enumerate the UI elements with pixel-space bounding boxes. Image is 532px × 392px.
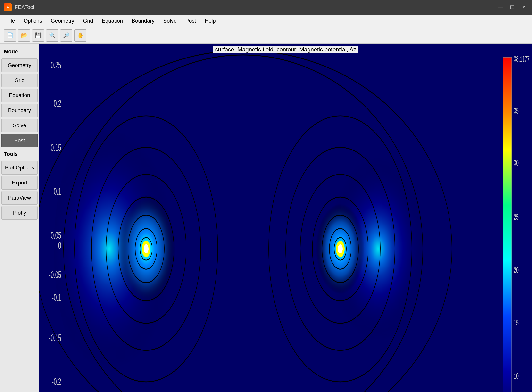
svg-text:0.1: 0.1: [54, 186, 61, 197]
sidebar-item-boundary[interactable]: Boundary: [1, 104, 38, 117]
menu-solve[interactable]: Solve: [159, 16, 181, 26]
sidebar-item-plot-options[interactable]: Plot Options: [1, 161, 38, 175]
svg-text:38.1177: 38.1177: [514, 54, 530, 63]
menu-boundary[interactable]: Boundary: [127, 16, 159, 26]
svg-rect-45: [503, 57, 512, 392]
menubar: File Options Geometry Grid Equation Boun…: [0, 15, 532, 27]
menu-equation[interactable]: Equation: [97, 16, 127, 26]
sidebar-item-paraview[interactable]: ParaView: [1, 191, 38, 205]
open-file-button[interactable]: 📂: [18, 29, 30, 42]
mode-header: Mode: [0, 46, 39, 58]
svg-text:0.15: 0.15: [51, 142, 61, 153]
sidebar-item-plotly[interactable]: Plotly: [1, 206, 38, 220]
main-layout: Mode Geometry Grid Equation Boundary Sol…: [0, 44, 532, 392]
svg-text:-0.15: -0.15: [49, 332, 61, 343]
svg-point-7: [144, 244, 149, 253]
sidebar: Mode Geometry Grid Equation Boundary Sol…: [0, 44, 39, 392]
svg-text:30: 30: [514, 158, 519, 167]
menu-help[interactable]: Help: [200, 16, 220, 26]
svg-text:25: 25: [514, 212, 519, 221]
pan-button[interactable]: ✋: [74, 29, 86, 42]
sidebar-item-solve[interactable]: Solve: [1, 119, 38, 132]
minimize-button[interactable]: —: [496, 3, 505, 12]
plot-area: surface: Magnetic field, contour: Magnet…: [39, 44, 532, 392]
window-controls: — ☐ ✕: [496, 3, 528, 12]
zoom-button[interactable]: 🔎: [60, 29, 72, 42]
svg-text:10: 10: [514, 371, 519, 380]
svg-text:20: 20: [514, 266, 519, 275]
menu-grid[interactable]: Grid: [79, 16, 98, 26]
svg-text:0.05: 0.05: [51, 229, 61, 241]
sidebar-item-post[interactable]: Post: [1, 134, 38, 147]
titlebar: F FEATool — ☐ ✕: [0, 0, 532, 15]
sidebar-item-export[interactable]: Export: [1, 176, 38, 190]
plot-title: surface: Magnetic field, contour: Magnet…: [213, 46, 358, 53]
svg-text:0: 0: [58, 240, 61, 251]
menu-options[interactable]: Options: [19, 16, 46, 26]
svg-text:15: 15: [514, 318, 519, 327]
content-area: surface: Magnetic field, contour: Magnet…: [39, 44, 532, 392]
menu-geometry[interactable]: Geometry: [46, 16, 79, 26]
close-button[interactable]: ✕: [519, 3, 528, 12]
menu-post[interactable]: Post: [181, 16, 200, 26]
plot-svg: 0.25 0.2 0.15 0.1 0.05 0 -0.05 -0.1 -0.1…: [39, 44, 532, 392]
zoom-fit-button[interactable]: 🔍: [46, 29, 58, 42]
sidebar-item-geometry[interactable]: Geometry: [1, 58, 38, 72]
new-file-button[interactable]: 📄: [4, 29, 16, 42]
svg-text:35: 35: [514, 106, 519, 115]
toolbar: 📄 📂 💾 🔍 🔎 ✋: [0, 27, 532, 44]
save-file-button[interactable]: 💾: [32, 29, 44, 42]
app-icon: F: [4, 3, 12, 11]
svg-text:-0.2: -0.2: [52, 376, 61, 387]
maximize-button[interactable]: ☐: [508, 3, 516, 12]
tools-header: Tools: [0, 148, 39, 160]
sidebar-item-grid[interactable]: Grid: [1, 74, 38, 87]
sidebar-item-equation[interactable]: Equation: [1, 89, 38, 102]
svg-text:-0.1: -0.1: [52, 292, 61, 303]
menu-file[interactable]: File: [2, 16, 19, 26]
svg-text:0.25: 0.25: [51, 59, 61, 71]
app-title: FEATool: [15, 4, 496, 10]
svg-text:0.2: 0.2: [54, 98, 61, 109]
svg-point-9: [338, 244, 343, 253]
svg-text:-0.05: -0.05: [49, 269, 61, 280]
